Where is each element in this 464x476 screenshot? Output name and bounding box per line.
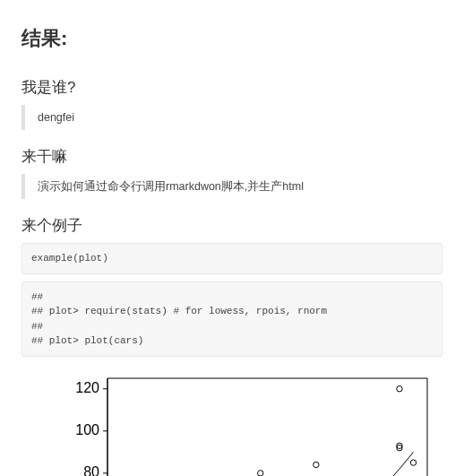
code-block-input: example(plot)	[21, 243, 443, 274]
plot-svg: 80100120dist	[38, 373, 432, 477]
page-title: 结果:	[21, 25, 443, 52]
code-block-output: ## ## plot> require(stats) # for lowess,…	[21, 281, 443, 357]
svg-point-10	[314, 462, 319, 467]
svg-point-16	[397, 385, 402, 391]
svg-text:100: 100	[75, 421, 99, 437]
svg-point-17	[410, 459, 416, 464]
blockquote-text: dengfei	[38, 108, 443, 126]
section-heading-who: 我是谁?	[21, 77, 443, 98]
blockquote-who: dengfei	[21, 105, 443, 130]
svg-text:120: 120	[75, 379, 99, 394]
blockquote-why: 演示如何通过命令行调用rmarkdwon脚本,并生产html	[21, 174, 443, 199]
document-body: 结果: 我是谁? dengfei 来干嘛 演示如何通过命令行调用rmarkdwo…	[0, 0, 464, 476]
svg-text:80: 80	[83, 463, 99, 476]
blockquote-text: 演示如何通过命令行调用rmarkdwon脚本,并生产html	[38, 177, 443, 195]
svg-point-8	[258, 470, 263, 475]
section-heading-example: 来个例子	[21, 215, 443, 236]
section-heading-why: 来干嘛	[21, 146, 443, 167]
scatter-plot: 80100120dist	[38, 373, 443, 477]
